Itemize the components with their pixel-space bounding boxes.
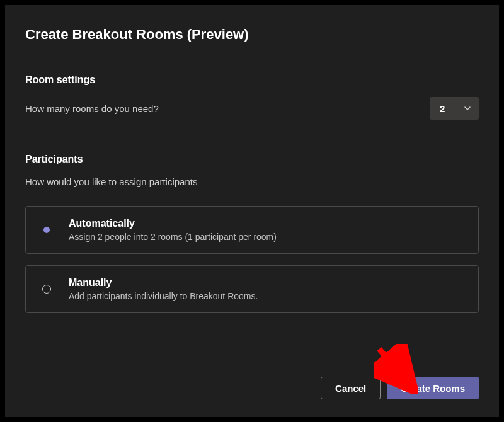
room-count-select[interactable]: 2	[430, 97, 479, 120]
option-manual-desc: Add participants individually to Breakou…	[69, 291, 466, 301]
room-settings-heading: Room settings	[25, 74, 479, 86]
create-rooms-button[interactable]: Create Rooms	[387, 377, 479, 399]
room-count-row: How many rooms do you need? 2	[25, 97, 479, 120]
option-manual[interactable]: Manually Add participants individually t…	[25, 265, 479, 313]
option-automatic-text: Automatically Assign 2 people into 2 roo…	[69, 218, 466, 242]
room-count-prompt: How many rooms do you need?	[25, 103, 159, 114]
dialog-footer: Cancel Create Rooms	[321, 377, 479, 399]
radio-selected-icon	[43, 227, 50, 233]
radio-automatic[interactable]	[41, 227, 52, 233]
option-automatic-desc: Assign 2 people into 2 rooms (1 particip…	[69, 232, 466, 242]
option-automatic-title: Automatically	[69, 218, 466, 229]
room-count-value: 2	[440, 103, 445, 114]
chevron-down-icon	[464, 105, 471, 112]
option-manual-text: Manually Add participants individually t…	[69, 277, 466, 301]
participants-heading: Participants	[25, 154, 479, 165]
dialog-title: Create Breakout Rooms (Preview)	[25, 26, 479, 43]
radio-unselected-icon	[42, 285, 51, 294]
option-manual-title: Manually	[69, 277, 466, 288]
svg-line-0	[379, 349, 406, 380]
radio-manual[interactable]	[41, 285, 52, 294]
participants-prompt: How would you like to assign participant…	[25, 176, 479, 187]
breakout-rooms-dialog: Create Breakout Rooms (Preview) Room set…	[5, 5, 499, 417]
cancel-button[interactable]: Cancel	[321, 377, 381, 399]
option-automatic[interactable]: Automatically Assign 2 people into 2 roo…	[25, 206, 479, 254]
